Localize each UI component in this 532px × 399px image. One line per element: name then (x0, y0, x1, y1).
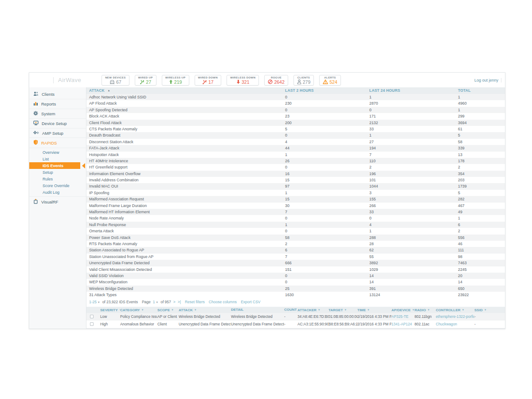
cell: Wireless Bridge Detected (86, 286, 282, 292)
cell: AP Flood Attack (86, 100, 282, 106)
filter-dropdown-icon[interactable]: ▼ (344, 309, 347, 311)
sidebar-item-rapids[interactable]: RAPIDS (29, 137, 86, 148)
rogue-icon (268, 79, 273, 84)
sidebar-subitem-overview[interactable]: Overview (29, 149, 86, 156)
cell: 288 (367, 235, 455, 241)
stat-box-wired-up[interactable]: WIRED UP27 (135, 75, 156, 86)
ap-device-link[interactable]: AP325-TE (391, 313, 415, 321)
column-header-detail[interactable]: DETAIL (231, 307, 284, 313)
column-header-scope[interactable]: SCOPE▼ (157, 307, 179, 313)
filter-dropdown-icon[interactable]: ▼ (141, 309, 144, 311)
column-header-attack[interactable]: ATTACK ▲ (86, 87, 282, 94)
column-header-count[interactable]: COUNT (284, 307, 297, 313)
column-header-radio[interactable]: RADIO▼ (415, 307, 436, 313)
column-header-controller[interactable]: CONTROLLER▼ (436, 307, 474, 313)
rapids-submenu: OverviewListIDS EventsSetupRulesScore Ov… (29, 148, 86, 196)
export-csv-link[interactable]: Export CSV (241, 300, 260, 304)
sidebar-subitem-audit-log[interactable]: Audit Log (29, 189, 86, 196)
column-header-time[interactable]: TIME▼ (357, 307, 391, 313)
ssid-cell: - (474, 321, 505, 328)
page: AirWave NEW DEVICES67WIRED UP27WIRELESS … (0, 0, 532, 399)
controller-link[interactable]: Chuckwagon (436, 321, 474, 328)
cell: 2 (367, 164, 455, 170)
column-header-category[interactable]: CATEGORY▼ (120, 307, 157, 313)
event-row: LowPolicy Compliance IssueAP or ClientWi… (86, 313, 505, 321)
column-header-last-24-hours[interactable]: LAST 24 HOURS (367, 87, 455, 94)
column-header-last-2-hours[interactable]: LAST 2 HOURS (282, 87, 367, 94)
next-page-button[interactable]: > (173, 300, 176, 304)
attack-table-row: Station Unassociated from Rogue AP75598 (86, 254, 505, 260)
last-page-button[interactable]: >| (178, 300, 181, 304)
rapids-icon (33, 140, 38, 146)
stat-box-clients[interactable]: CLIENTS279 (293, 75, 314, 86)
reset-filters-link[interactable]: Reset filters (185, 300, 205, 304)
count-cell: - (284, 313, 297, 321)
sidebar-subitem-setup[interactable]: Setup (29, 169, 86, 176)
column-header-attacker[interactable]: ATTACKER▼ (297, 307, 329, 313)
stat-box-alerts[interactable]: ALERTS524 (319, 75, 341, 86)
sidebar-subitem-score-override[interactable]: Score Override (29, 182, 86, 189)
stat-box-wired-down[interactable]: WIRED DOWN17 (195, 75, 222, 86)
sidebar-item-clients[interactable]: Clients (29, 90, 86, 99)
cell: Power Save DoS Attack (86, 235, 282, 241)
cell: 1029 (367, 266, 455, 273)
stat-value: 524 (323, 79, 337, 85)
scope-cell: AP or Client (157, 313, 179, 321)
row-checkbox[interactable] (90, 315, 94, 318)
filter-dropdown-icon[interactable]: ▼ (427, 309, 430, 311)
cell: 1 (282, 222, 367, 228)
filter-dropdown-icon[interactable]: ▼ (367, 309, 370, 311)
choose-columns-link[interactable]: Choose columns (209, 300, 237, 304)
column-header-ap-device[interactable]: AP/DEVICE▼ (391, 307, 415, 313)
filter-dropdown-icon[interactable]: ▼ (484, 309, 487, 311)
sidebar-item-device-setup[interactable]: Device Setup (29, 118, 86, 128)
stat-value: 2642 (268, 79, 284, 85)
cell: 62 (367, 247, 455, 253)
stat-box-wireless-down[interactable]: WIRELESS DOWN321 (227, 75, 259, 86)
stat-box-new-devices[interactable]: NEW DEVICES67 (102, 75, 129, 86)
attack-table-row: Node Rate Anomaly001 (86, 215, 505, 221)
time-cell: 2/19/2016 4:33 PM PST (357, 313, 391, 321)
row-checkbox[interactable] (90, 322, 94, 326)
stat-number: 17 (208, 79, 214, 85)
logout-link[interactable]: Log out jenny (474, 78, 498, 82)
cell: 13 (455, 152, 505, 158)
column-header-attack[interactable]: ATTACK▼ (179, 307, 231, 313)
ssid-cell: - (474, 313, 505, 321)
page-size-select[interactable]: 1-25 ▼ (89, 300, 100, 304)
logo-divider (53, 77, 54, 83)
filter-dropdown-icon[interactable]: ▼ (462, 309, 465, 311)
clients-stat-icon (297, 79, 301, 84)
sidebar-subitem-list[interactable]: List (29, 156, 86, 162)
cell: 282 (455, 196, 505, 202)
sidebar-item-system[interactable]: System (29, 109, 86, 118)
sidebar-subitem-ids-events[interactable]: IDS Events (29, 162, 80, 169)
cell: 2 (455, 164, 505, 170)
column-header-severity[interactable]: SEVERITY▼ (100, 307, 120, 313)
attack-table-row: Unencrypted Data Frame Detected666389274… (86, 260, 505, 266)
filter-dropdown-icon[interactable]: ▼ (171, 309, 174, 311)
page-number-select[interactable]: 1 ▼ (153, 300, 158, 304)
filter-dropdown-icon[interactable]: ▼ (318, 309, 321, 311)
sidebar-item-reports[interactable]: Reports (29, 99, 86, 109)
wireless-up-icon (169, 79, 173, 84)
stat-box-wireless-up[interactable]: WIRELESS UP219 (162, 75, 189, 86)
sidebar-subitem-rules[interactable]: Rules (29, 176, 86, 182)
stat-value: 27 (138, 79, 153, 85)
column-header-total[interactable]: TOTAL (455, 87, 505, 94)
attack-table-row: HT Greenfield support022 (86, 164, 505, 170)
ap-device-link[interactable]: 1341-AP124 (391, 321, 415, 328)
stat-box-rogue[interactable]: ROGUE2642 (264, 75, 288, 86)
attack-table-row: Station Associated to Rogue AP662111 (86, 247, 505, 253)
attack-table-row: Hotspotter Attack1713 (86, 152, 505, 158)
attack-table-row: Invalid MAC OUI9710441739 (86, 183, 505, 189)
column-header-target[interactable]: TARGET▼ (329, 307, 357, 313)
cell: Station Unassociated from Rogue AP (86, 254, 282, 260)
attack-total-row: 31 Attack Types16301312423922 (86, 292, 505, 298)
sidebar-item-visualrf[interactable]: VisualRF (29, 196, 86, 207)
filter-dropdown-icon[interactable]: ▼ (194, 309, 197, 311)
sidebar-item-amp-setup[interactable]: AMP Setup (29, 128, 86, 137)
column-header-ssid[interactable]: SSID▼ (474, 307, 505, 313)
time-cell: 2/19/2016 4:33 PM PST (357, 321, 391, 328)
controller-link[interactable]: ethersphere-1322-porfidio (436, 313, 474, 321)
